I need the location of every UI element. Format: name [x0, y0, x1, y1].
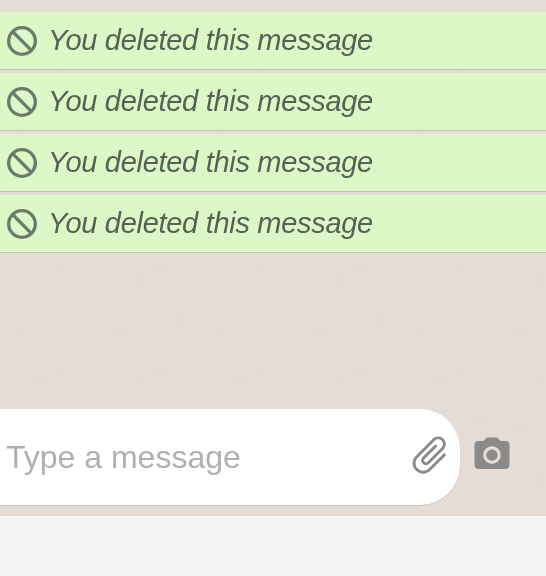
camera-icon	[471, 434, 513, 480]
camera-button[interactable]	[471, 433, 513, 481]
prohibited-icon	[6, 25, 38, 57]
prohibited-icon	[6, 147, 38, 179]
prohibited-icon	[6, 86, 38, 118]
message-input-area	[0, 398, 546, 516]
attach-button[interactable]	[407, 430, 453, 484]
message-input[interactable]	[0, 439, 407, 476]
message-bubble-deleted[interactable]: You deleted this message	[0, 12, 546, 69]
prohibited-icon	[6, 208, 38, 240]
svg-line-5	[13, 153, 32, 172]
deleted-message-text: You deleted this message	[48, 85, 373, 118]
svg-line-1	[13, 31, 32, 50]
message-input-box	[0, 409, 460, 505]
deleted-message-text: You deleted this message	[48, 207, 373, 240]
svg-line-7	[13, 214, 32, 233]
svg-line-3	[13, 92, 32, 111]
deleted-message-text: You deleted this message	[48, 146, 373, 179]
paperclip-icon	[407, 432, 453, 482]
message-bubble-deleted[interactable]: You deleted this message	[0, 195, 546, 252]
bottom-bar	[0, 516, 546, 576]
deleted-message-text: You deleted this message	[48, 24, 373, 57]
message-bubble-deleted[interactable]: You deleted this message	[0, 134, 546, 191]
message-bubble-deleted[interactable]: You deleted this message	[0, 73, 546, 130]
chat-messages-area: You deleted this message You deleted thi…	[0, 0, 546, 372]
